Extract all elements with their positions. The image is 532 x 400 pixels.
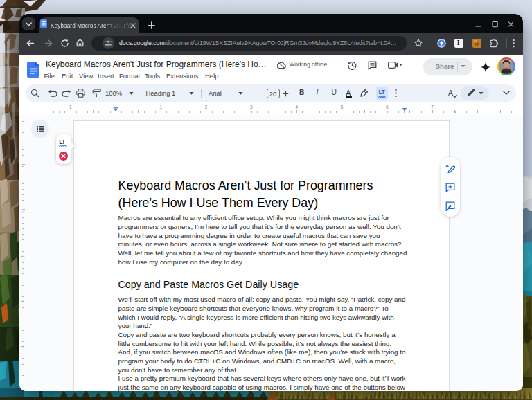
- svg-text:A: A: [448, 89, 453, 97]
